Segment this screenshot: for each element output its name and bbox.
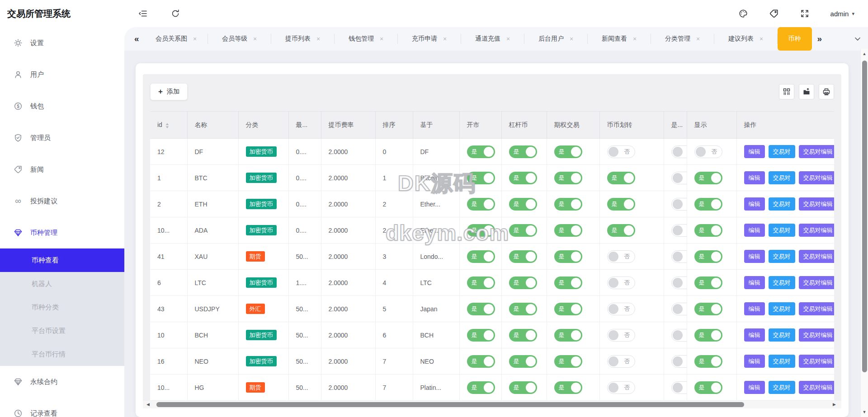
toggle-switch[interactable]: 是 [694, 355, 722, 368]
column-header-base[interactable]: 基于 [413, 112, 459, 139]
edit-button[interactable]: 编辑 [744, 355, 765, 368]
sidebar-item-gear[interactable]: 设置 [0, 27, 124, 59]
column-header-show[interactable]: 显示 [687, 112, 736, 139]
tab-close-icon[interactable]: × [193, 35, 197, 42]
pair-edit-button[interactable]: 交易对编辑 [799, 171, 835, 184]
submenu-item[interactable]: 平台币设置 [0, 319, 124, 342]
toggle-switch[interactable]: 是 [554, 276, 582, 289]
toggle-switch[interactable]: 是 [467, 381, 495, 394]
column-header-option[interactable]: 期权交易 [547, 112, 599, 139]
toggle-switch[interactable]: 是 [694, 303, 722, 315]
refresh-icon[interactable] [170, 9, 180, 19]
toggle-switch[interactable]: 是 [467, 198, 495, 211]
toggle-switch[interactable]: 否 [607, 303, 635, 315]
horizontal-scrollbar-thumb[interactable] [156, 402, 744, 407]
sidebar-item-tag[interactable]: 新闻 [0, 154, 124, 185]
toggle-switch[interactable]: 是 [694, 381, 722, 394]
edit-button[interactable]: 编辑 [744, 381, 765, 394]
column-header-partial[interactable]: 是... [664, 112, 687, 139]
pairs-button[interactable]: 交易对 [769, 171, 795, 184]
toggle-switch[interactable] [671, 250, 687, 263]
edit-button[interactable]: 编辑 [744, 276, 765, 289]
toggle-switch[interactable]: 是 [509, 355, 537, 368]
sidebar-item-shield[interactable]: 管理员 [0, 122, 124, 154]
sidebar-item-infinity[interactable]: ∞投拆建议 [0, 185, 124, 217]
toggle-switch[interactable]: 是 [467, 355, 495, 368]
pair-edit-button[interactable]: 交易对编辑 [799, 381, 835, 394]
toggle-switch[interactable]: 是 [554, 381, 582, 394]
toggle-switch[interactable] [671, 355, 687, 368]
toggle-switch[interactable]: 是 [554, 145, 582, 158]
tab-close-icon[interactable]: × [570, 35, 573, 42]
toggle-switch[interactable]: 是 [554, 250, 582, 263]
tab-item[interactable]: 通道充值× [461, 27, 524, 51]
print-icon[interactable] [819, 84, 834, 99]
toggle-switch[interactable]: 否 [607, 381, 635, 394]
toggle-switch[interactable]: 否 [607, 250, 635, 263]
toggle-switch[interactable]: 是 [509, 303, 537, 315]
column-header-transfer[interactable]: 币币划转 [599, 112, 664, 139]
pair-edit-button[interactable]: 交易对编辑 [799, 328, 835, 342]
toggle-switch[interactable]: 否 [694, 145, 722, 158]
edit-button[interactable]: 编辑 [744, 145, 765, 158]
tab-close-icon[interactable]: × [696, 35, 700, 42]
toggle-switch[interactable]: 是 [467, 145, 495, 158]
pair-edit-button[interactable]: 交易对编辑 [799, 224, 835, 237]
column-header-actions[interactable]: 操作 [736, 112, 834, 139]
pairs-button[interactable]: 交易对 [769, 250, 795, 263]
column-header-fee[interactable]: 提币费率 [321, 112, 375, 139]
toggle-switch[interactable] [671, 381, 687, 394]
toggle-switch[interactable]: 是 [694, 329, 722, 342]
edit-button[interactable]: 编辑 [744, 302, 765, 315]
tab-close-icon[interactable]: × [443, 35, 447, 42]
vertical-scrollbar[interactable]: ▲ ▼ [860, 49, 868, 417]
toggle-switch[interactable]: 是 [554, 303, 582, 315]
column-header-sort[interactable]: 排序 [375, 112, 413, 139]
pair-edit-button[interactable]: 交易对编辑 [799, 250, 835, 263]
sort-icon[interactable]: ▲▼ [165, 122, 169, 129]
fullscreen-icon[interactable] [800, 9, 810, 19]
toggle-switch[interactable]: 是 [694, 198, 722, 211]
vertical-scrollbar-thumb[interactable] [862, 61, 867, 372]
toggle-switch[interactable]: 是 [607, 224, 635, 237]
toggle-switch[interactable] [671, 276, 687, 289]
tab-item[interactable]: 币种 [778, 27, 812, 51]
sidebar-item-wallet[interactable]: $钱包 [0, 90, 124, 122]
toggle-switch[interactable]: 是 [467, 329, 495, 342]
tabs-scroll-left-icon[interactable]: « [129, 34, 145, 44]
toggle-switch[interactable]: 是 [509, 250, 537, 263]
toggle-switch[interactable]: 否 [607, 329, 635, 342]
tab-close-icon[interactable]: × [633, 35, 637, 42]
toggle-switch[interactable]: 是 [694, 250, 722, 263]
tab-item[interactable]: 充币申请× [398, 27, 461, 51]
tab-close-icon[interactable]: × [506, 35, 510, 42]
edit-button[interactable]: 编辑 [744, 224, 765, 237]
scroll-up-icon[interactable]: ▲ [861, 52, 868, 56]
tab-close-icon[interactable]: × [380, 35, 383, 42]
toggle-switch[interactable]: 是 [509, 172, 537, 184]
toggle-switch[interactable] [671, 224, 687, 237]
toggle-switch[interactable]: 是 [509, 276, 537, 289]
toggle-switch[interactable]: 是 [554, 198, 582, 211]
toggle-switch[interactable]: 是 [467, 303, 495, 315]
tag-icon[interactable] [769, 9, 779, 19]
sidebar-item-gem[interactable]: 币种管理 [0, 217, 124, 248]
tab-item[interactable]: 会员关系图× [145, 27, 208, 51]
toggle-switch[interactable]: 是 [554, 329, 582, 342]
pair-edit-button[interactable]: 交易对编辑 [799, 355, 835, 368]
tabs-menu-chevron-down-icon[interactable] [854, 35, 862, 43]
add-button[interactable]: + 添加 [150, 83, 188, 100]
toggle-switch[interactable]: 是 [694, 276, 722, 289]
pairs-button[interactable]: 交易对 [769, 145, 795, 158]
scroll-right-icon[interactable]: ▶ [833, 402, 836, 407]
pairs-button[interactable]: 交易对 [769, 328, 795, 342]
submenu-item[interactable]: 币种查看 [0, 248, 124, 272]
theme-palette-icon[interactable] [738, 9, 748, 19]
tab-item[interactable]: 新闻查看× [588, 27, 651, 51]
toggle-switch[interactable]: 是 [467, 276, 495, 289]
tab-item[interactable]: 会员等级× [208, 27, 271, 51]
pairs-button[interactable]: 交易对 [769, 197, 795, 211]
pair-edit-button[interactable]: 交易对编辑 [799, 302, 835, 315]
pairs-button[interactable]: 交易对 [769, 276, 795, 289]
edit-button[interactable]: 编辑 [744, 197, 765, 211]
